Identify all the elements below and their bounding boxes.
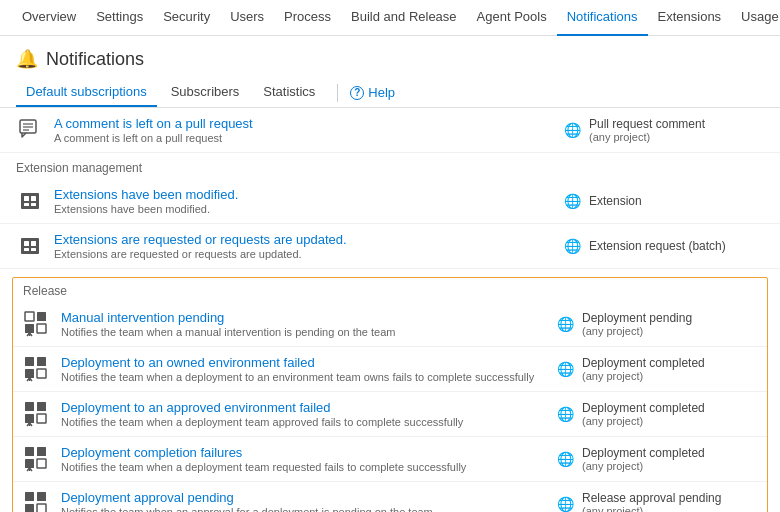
section-label-extension: Extension management [0,153,780,179]
bell-icon: 🔔 [16,48,38,70]
row-type-ext-requested: Extension request (batch) [589,239,726,253]
row-left-completion: Deployment completion failures Notifies … [23,445,557,473]
tab-statistics[interactable]: Statistics [253,78,325,107]
svg-rect-20 [37,357,46,366]
row-right-pull-request: 🌐 Pull request comment (any project) [564,117,764,143]
nav-item-agent-pools[interactable]: Agent Pools [467,0,557,36]
nav-item-build-release[interactable]: Build and Release [341,0,467,36]
row-text-approved: Deployment to an approved environment fa… [61,400,557,428]
svg-rect-34 [25,492,34,501]
svg-rect-37 [37,504,46,512]
release-section: Release Manual intervention pending [12,277,768,512]
row-right-manual: 🌐 Deployment pending (any project) [557,311,757,337]
row-desc-manual: Notifies the team when a manual interven… [61,326,557,338]
globe-icon-approval: 🌐 [557,496,574,512]
tab-default-subscriptions[interactable]: Default subscriptions [16,78,157,107]
page-header: 🔔 Notifications [0,36,780,78]
row-title-owned[interactable]: Deployment to an owned environment faile… [61,355,557,370]
nav-item-extensions[interactable]: Extensions [648,0,732,36]
globe-icon-pull-request: 🌐 [564,122,581,138]
row-text-ext-requested: Extensions are requested or requests are… [54,232,564,260]
nav-item-settings[interactable]: Settings [86,0,153,36]
svg-rect-4 [21,193,39,209]
row-left-owned: Deployment to an owned environment faile… [23,355,557,383]
globe-icon-approved: 🌐 [557,406,574,422]
row-completion-failures: Deployment completion failures Notifies … [13,437,767,482]
row-right-ext-modified: 🌐 Extension [564,193,764,209]
help-tab[interactable]: ? Help [346,79,399,106]
svg-rect-6 [31,196,36,201]
row-desc-approved: Notifies the team when a deployment team… [61,416,557,428]
row-title-pull-request[interactable]: A comment is left on a pull request [54,116,564,131]
row-approved-env-failed: Deployment to an approved environment fa… [13,392,767,437]
row-left-ext-modified: Extensions have been modified. Extension… [16,187,564,215]
svg-rect-13 [31,248,36,251]
row-approval-pending: Deployment approval pending Notifies the… [13,482,767,512]
svg-rect-14 [25,312,34,321]
row-text-completion: Deployment completion failures Notifies … [61,445,557,473]
row-title-ext-modified[interactable]: Extensions have been modified. [54,187,564,202]
svg-rect-16 [25,324,34,333]
svg-rect-17 [37,324,46,333]
row-type-owned: Deployment completed (any project) [582,356,705,382]
svg-rect-27 [37,414,46,423]
row-text-pull-request: A comment is left on a pull request A co… [54,116,564,144]
svg-rect-10 [24,241,29,246]
svg-rect-29 [25,447,34,456]
row-text-ext-modified: Extensions have been modified. Extension… [54,187,564,215]
row-desc-approval: Notifies the team when an approval for a… [61,506,557,512]
globe-icon-owned: 🌐 [557,361,574,377]
help-label: Help [368,85,395,100]
row-type-approval: Release approval pending (any project) [582,491,721,512]
row-title-manual[interactable]: Manual intervention pending [61,310,557,325]
svg-rect-24 [25,402,34,411]
nav-item-security[interactable]: Security [153,0,220,36]
row-left-manual: Manual intervention pending Notifies the… [23,310,557,338]
extension-requested-icon [16,232,44,260]
nav-item-users[interactable]: Users [220,0,274,36]
row-text-manual: Manual intervention pending Notifies the… [61,310,557,338]
row-type-approved: Deployment completed (any project) [582,401,705,427]
row-right-completion: 🌐 Deployment completed (any project) [557,446,757,472]
nav-item-usage[interactable]: Usage [731,0,780,36]
nav-item-process[interactable]: Process [274,0,341,36]
nav-item-notifications[interactable]: Notifications [557,0,648,36]
svg-rect-26 [25,414,34,423]
row-manual-intervention: Manual intervention pending Notifies the… [13,302,767,347]
row-title-approval[interactable]: Deployment approval pending [61,490,557,505]
sub-tabs-bar: Default subscriptions Subscribers Statis… [0,78,780,108]
svg-rect-7 [24,203,29,206]
owned-env-failed-icon [23,355,51,383]
svg-rect-36 [25,504,34,512]
extension-modified-icon [16,187,44,215]
tab-divider [337,84,338,102]
help-circle-icon: ? [350,86,364,100]
svg-rect-30 [37,447,46,456]
row-desc-ext-modified: Extensions have been modified. [54,203,564,215]
svg-rect-32 [37,459,46,468]
svg-rect-35 [37,492,46,501]
row-title-completion[interactable]: Deployment completion failures [61,445,557,460]
row-text-owned: Deployment to an owned environment faile… [61,355,557,383]
manual-intervention-icon [23,310,51,338]
row-type-pull-request: Pull request comment (any project) [589,117,705,143]
nav-item-overview[interactable]: Overview [12,0,86,36]
section-label-release: Release [13,278,767,302]
row-title-approved[interactable]: Deployment to an approved environment fa… [61,400,557,415]
row-left-approved: Deployment to an approved environment fa… [23,400,557,428]
svg-rect-25 [37,402,46,411]
completion-failures-icon [23,445,51,473]
row-right-owned: 🌐 Deployment completed (any project) [557,356,757,382]
row-title-ext-requested[interactable]: Extensions are requested or requests are… [54,232,564,247]
approved-env-failed-icon [23,400,51,428]
globe-icon-completion: 🌐 [557,451,574,467]
row-text-approval: Deployment approval pending Notifies the… [61,490,557,512]
row-extensions-modified: Extensions have been modified. Extension… [0,179,780,224]
row-right-approved: 🌐 Deployment completed (any project) [557,401,757,427]
svg-rect-22 [37,369,46,378]
tab-subscribers[interactable]: Subscribers [161,78,250,107]
row-right-ext-requested: 🌐 Extension request (batch) [564,238,764,254]
row-pull-request-comment: A comment is left on a pull request A co… [0,108,780,153]
top-navigation: Overview Settings Security Users Process… [0,0,780,36]
svg-rect-5 [24,196,29,201]
